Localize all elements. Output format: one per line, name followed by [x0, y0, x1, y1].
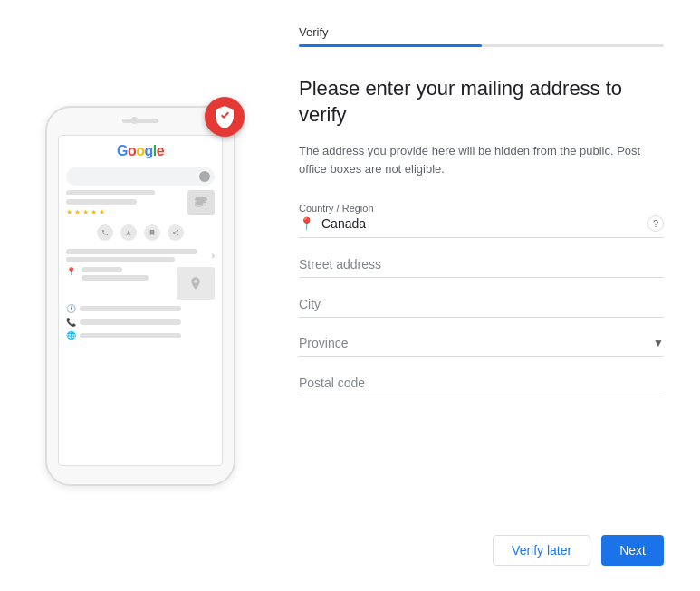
phone-mockup: Google ★ ★ ★ ★ [45, 106, 235, 486]
google-logo: Google [66, 143, 215, 159]
phone-content-block: ★ ★ ★ ★ ★ [66, 190, 215, 216]
phone-screen: Google ★ ★ ★ ★ [58, 135, 223, 466]
map-thumbnail [177, 267, 215, 300]
next-button[interactable]: Next [601, 535, 664, 566]
skeleton-line [80, 319, 181, 325]
website-row: 🌐 [66, 331, 215, 340]
shop-thumbnail [187, 190, 215, 215]
call-icon [101, 229, 109, 236]
phone-row: 📞 [66, 318, 215, 327]
right-panel: Verify Please enter your mailing address… [281, 0, 700, 591]
progress-track [299, 44, 664, 47]
country-label: Country / Region [299, 203, 664, 214]
progress-label: Verify [299, 25, 664, 39]
location-pin-icon: 📍 [299, 216, 314, 231]
city-field-group [299, 296, 664, 318]
hours-row: 🕐 [66, 304, 215, 313]
form-footer: Verify later Next [299, 517, 664, 566]
country-field-row: 📍 Canada ? [299, 215, 664, 238]
phone-icon-row: 📞 [66, 318, 75, 327]
skeleton-line [80, 306, 181, 311]
city-input[interactable] [299, 297, 664, 318]
map-pin-icon [188, 276, 203, 291]
street-address-field-group [299, 256, 664, 278]
skeleton-line [82, 267, 122, 272]
left-panel: Google ★ ★ ★ ★ [0, 0, 281, 591]
progress-bar-container: Verify [299, 25, 664, 47]
skeleton-line [80, 333, 181, 338]
street-address-input[interactable] [299, 257, 664, 278]
form-description: The address you provide here will be hid… [299, 142, 664, 177]
navigation-icon [125, 229, 132, 236]
form-title: Please enter your mailing address to ver… [299, 76, 664, 128]
shield-badge [205, 97, 245, 137]
skeleton-line [66, 249, 197, 254]
help-icon[interactable]: ? [647, 215, 664, 232]
share-icon [172, 229, 179, 236]
bookmark-icon [149, 229, 156, 236]
phone-icon [97, 224, 113, 241]
stars-row: ★ ★ ★ ★ ★ [66, 208, 184, 216]
phone-camera [131, 117, 139, 124]
verify-later-button[interactable]: Verify later [493, 535, 590, 566]
map-section: 📍 [66, 267, 215, 300]
country-field-group: Country / Region 📍 Canada ? [299, 203, 664, 238]
skeleton-line [66, 190, 155, 195]
shield-icon [215, 106, 235, 128]
save-icon-phone [144, 224, 160, 241]
direction-icon [120, 224, 137, 241]
province-select[interactable]: Province Alberta British Columbia Manito… [299, 336, 664, 350]
progress-fill [299, 44, 482, 47]
phone-icon-row [66, 224, 215, 241]
globe-icon: 🌐 [66, 331, 75, 340]
chevron-right-icon: › [212, 251, 215, 261]
phone-search-bar [66, 167, 215, 186]
search-icon [199, 171, 210, 182]
postal-code-field-group [299, 375, 664, 396]
phone-speaker [122, 119, 158, 123]
share-icon-phone [168, 224, 184, 241]
form-fields: Country / Region 📍 Canada ? Province Alb… [299, 203, 664, 396]
skeleton-line [66, 199, 137, 205]
skeleton-line [82, 275, 149, 281]
country-value: Canada [321, 216, 640, 231]
skeleton-line [66, 257, 175, 262]
location-icon-small: 📍 [66, 267, 76, 276]
province-field-group: Province Alberta British Columbia Manito… [299, 336, 664, 357]
postal-code-input[interactable] [299, 376, 664, 396]
province-select-wrapper: Province Alberta British Columbia Manito… [299, 336, 664, 357]
clock-icon: 🕐 [66, 304, 75, 313]
store-icon [193, 195, 209, 211]
